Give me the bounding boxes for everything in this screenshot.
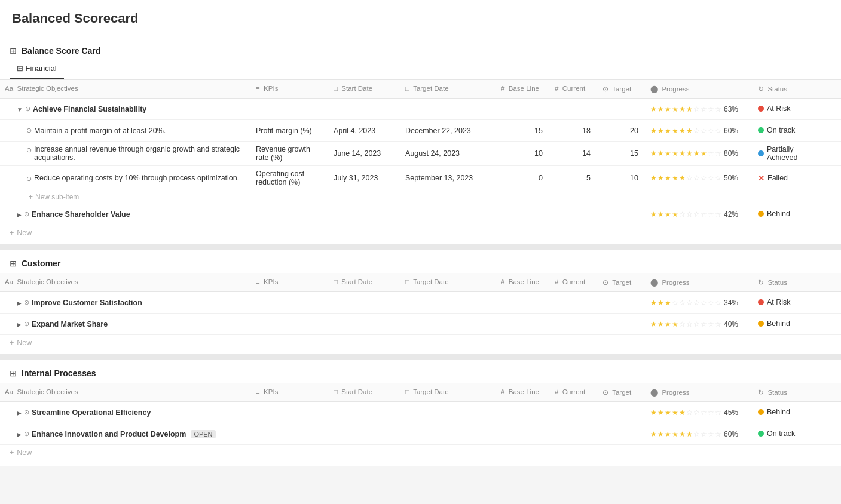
target-date-cell <box>400 106 496 113</box>
status-cell: On track <box>753 122 837 139</box>
status-esv: Behind <box>753 206 837 222</box>
start-date-cell3: July 31, 2023 <box>329 170 400 186</box>
child-objective-name3[interactable]: Reduce operating costs by 10% through pr… <box>34 174 239 182</box>
current-cell: 18 <box>550 123 598 139</box>
current-cell2: 14 <box>550 146 598 161</box>
objective-name2[interactable]: Enhance Shareholder Value <box>32 210 130 219</box>
kpi-cell3: Operating cost reduction (%) <box>251 166 329 190</box>
expand-int1[interactable]: ▶ <box>17 410 22 416</box>
new-subitem-label: New sub-item <box>35 193 79 201</box>
start-date-esv <box>329 211 400 218</box>
child-objective-name2[interactable]: Increase annual revenue through organic … <box>34 145 246 162</box>
prog-int1: ★★★★★☆☆☆☆☆45% <box>646 405 753 420</box>
open-badge: OPEN <box>191 430 215 438</box>
main-container: ⊞ Balance Score Card ⊞ Financial Aa Stra… <box>0 35 841 466</box>
current-cell3: 5 <box>550 170 598 186</box>
current-cell <box>550 106 598 113</box>
int-obj-name2[interactable]: Enhance Innovation and Product Developm <box>32 430 186 438</box>
status-cell2: PartiallyAchieved <box>753 142 837 165</box>
int-col-status: ↻ Status <box>753 383 837 401</box>
table-row: ⊙ Increase annual revenue through organi… <box>0 142 841 166</box>
tab-financial[interactable]: ⊞ Financial <box>10 60 64 79</box>
target-cell3: 10 <box>598 170 646 186</box>
col-start-date: □ Start Date <box>329 80 400 98</box>
child-objective-name[interactable]: Maintain a profit margin of at least 20%… <box>34 127 166 135</box>
cust-col-target: □ Target Date <box>400 273 496 291</box>
scorecard-icon: ⊞ <box>10 46 17 56</box>
int-obj-name1[interactable]: Streamline Operational Efficiency <box>32 408 151 417</box>
table-row: ▼ ⊙ Achieve Financial Sustainability ★★★… <box>0 99 841 120</box>
internal-section-title: Internal Processes <box>22 368 96 378</box>
table-row: ▶ ⊙ Improve Customer Satisfaction ★★★☆☆☆… <box>0 292 841 314</box>
kpi-cell <box>251 106 329 113</box>
kpi-cell: Profit margin (%) <box>251 123 329 139</box>
expand-cust2[interactable]: ▶ <box>17 321 22 328</box>
int-col-baseline: # Base Line <box>496 383 550 401</box>
kpi-cell2: Revenue growth rate (%) <box>251 142 329 165</box>
page-title: Balanced Scorecard <box>0 0 841 35</box>
new-subitem-row[interactable]: + New sub-item <box>0 190 841 204</box>
prog-cust2: ★★★★☆☆☆☆☆☆40% <box>646 316 753 332</box>
col-extra <box>837 80 841 98</box>
new-item-label-fin: New <box>17 229 32 237</box>
status-int1: Behind <box>753 404 837 420</box>
col-strategic-objectives: Aa Strategic Objectives <box>0 80 251 98</box>
table-row: ⊙ Maintain a profit margin of at least 2… <box>0 120 841 142</box>
cust-obj-name2[interactable]: Expand Market Share <box>32 320 108 328</box>
progress-cell: ★★★★★★☆☆☆☆60% <box>646 123 753 139</box>
start-date-cell <box>329 106 400 113</box>
obj-icon-int2: ⊙ <box>24 430 29 438</box>
new-customer-item[interactable]: + New <box>0 335 841 351</box>
expand-int2[interactable]: ▶ <box>17 431 22 438</box>
new-internal-item[interactable]: + New <box>0 445 841 460</box>
prog-int2: ★★★★★★☆☆☆☆60% <box>646 426 753 442</box>
target-esv <box>598 211 646 218</box>
progress-cell3: ★★★★★☆☆☆☆☆50% <box>646 170 753 186</box>
cust-obj-name1[interactable]: Improve Customer Satisfaction <box>32 299 142 307</box>
cust-col-kpi: ≡ KPIs <box>251 273 329 291</box>
customer-section-icon: ⊞ <box>10 259 17 268</box>
progress-esv: ★★★★☆☆☆☆☆☆42% <box>646 207 753 222</box>
cust-col-tgt: ⊙ Target <box>598 273 646 291</box>
cust-col-extra <box>837 273 841 291</box>
customer-section: ⊞ Customer Aa Strategic Objectives ≡ KPI… <box>0 254 841 351</box>
new-financial-item[interactable]: + New <box>0 225 841 241</box>
expand-cust1[interactable]: ▶ <box>17 300 22 306</box>
target-cell: 20 <box>598 123 646 139</box>
expand-icon2[interactable]: ▶ <box>17 211 22 218</box>
obj-icon-int1: ⊙ <box>24 408 29 416</box>
scorecard-title: Balance Score Card <box>22 46 100 56</box>
col-current: # Current <box>550 80 598 98</box>
cust-col-status: ↻ Status <box>753 273 837 291</box>
status-int2: On track <box>753 426 837 442</box>
target-cell <box>598 106 646 113</box>
baseline-cell2: 10 <box>496 146 550 161</box>
cust-col-prog: ⬤ Progress <box>646 273 753 291</box>
plus-icon: + <box>29 193 33 201</box>
cust-col-obj: Aa Strategic Objectives <box>0 273 251 291</box>
int-col-kpi: ≡ KPIs <box>251 383 329 401</box>
col-target-date: □ Target Date <box>400 80 496 98</box>
objective-name[interactable]: Achieve Financial Sustainability <box>33 105 146 113</box>
current-esv <box>550 211 598 218</box>
table-row: ▶ ⊙ Streamline Operational Efficiency ★★… <box>0 402 841 423</box>
objective-icon2: ⊙ <box>24 210 29 218</box>
int-col-obj: Aa Strategic Objectives <box>0 383 251 401</box>
target-date-cell2: August 24, 2023 <box>400 146 496 161</box>
new-item-label-int: New <box>17 448 32 457</box>
cust-col-start: □ Start Date <box>329 273 400 291</box>
baseline-cell <box>496 106 550 113</box>
col-baseline: # Base Line <box>496 80 550 98</box>
cust-col-baseline: # Base Line <box>496 273 550 291</box>
progress-cell: ★★★★★★☆☆☆☆63% <box>646 102 753 117</box>
section-divider-1 <box>0 244 841 250</box>
plus-icon-cust: + <box>10 339 14 347</box>
int-col-current: # Current <box>550 383 598 401</box>
expand-icon[interactable]: ▼ <box>17 106 23 113</box>
objective-icon-child2: ⊙ <box>26 146 32 154</box>
int-col-target: □ Target Date <box>400 383 496 401</box>
target-cell2: 15 <box>598 146 646 161</box>
status-cell3: ✕ Failed <box>753 170 837 186</box>
target-date-esv <box>400 211 496 218</box>
internal-section-icon: ⊞ <box>10 368 17 378</box>
